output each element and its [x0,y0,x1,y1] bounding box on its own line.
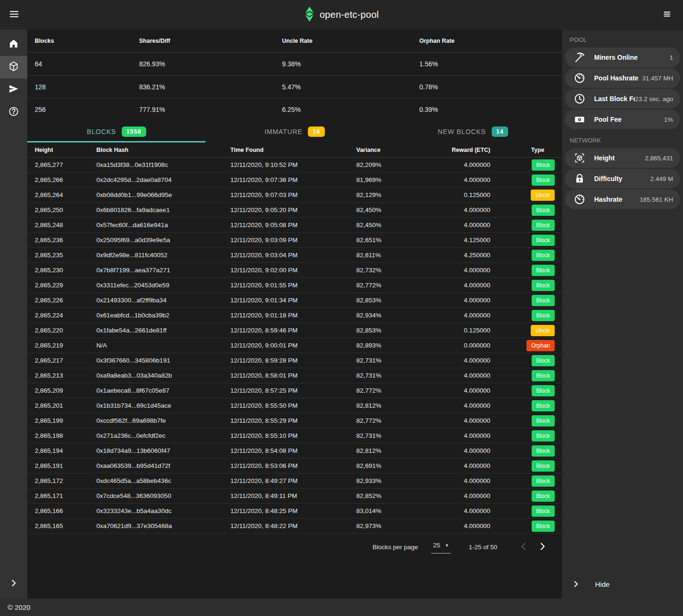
hide-sidebar-button[interactable]: Hide [562,569,683,599]
stats-shares-diff-value: 777.91% [139,106,282,113]
type-badge: Block [532,220,555,231]
cell-type: Block [490,415,555,426]
cell-type: Block [490,265,555,276]
tab-label: BLOCKS [87,128,116,135]
cell-type: Block [490,280,555,291]
tab-count-badge: 14 [492,126,509,137]
cell-time-found: 12/11/2020, 9:01:34 PM [230,297,356,304]
tab-new-blocks[interactable]: NEW BLOCKS 14 [384,120,562,142]
cell-height: 2,865,171 [35,492,96,499]
type-badge: Block [532,400,555,411]
stat-value: 185.561 KH [640,196,673,203]
table-row: 2,865,226 0x21493300...af2ff9ba34 12/11/… [27,293,562,308]
cell-block-hash: 0x25095f69...a0d39e9e5a [96,237,230,244]
cell-height: 2,865,230 [35,267,96,274]
cell-block-hash: 0x3f367660...345806b191 [96,357,230,364]
type-badge: Uncle [531,190,555,201]
cell-type: Block [490,310,555,321]
cell-variance: 82,812% [356,447,417,454]
tab-immature[interactable]: IMMATURE 16 [205,120,384,142]
sidebar-nav-item-help[interactable] [0,101,27,124]
type-badge: Block [532,370,555,381]
cell-time-found: 12/11/2020, 8:54:08 PM [230,447,356,454]
sidebar-nav-item-send[interactable] [0,79,27,101]
cell-variance: 82,893% [356,342,417,349]
previous-page-button[interactable] [514,537,533,556]
per-page-select[interactable]: 25 ▼ [431,541,451,553]
footer: © 2020 [0,599,683,616]
sidebar-expand-chevron[interactable] [0,569,27,599]
nav-spacer [0,124,27,569]
clock-icon [565,93,594,105]
cell-time-found: 12/11/2020, 8:49:11 PM [230,492,356,499]
cell-block-hash: 0xa70621d9...37e305468a [96,522,230,529]
sidebar-nav-item-home[interactable] [0,33,27,56]
cell-variance: 82,731% [356,357,417,364]
stat-value: 2,865,431 [645,155,673,162]
menu-hamburger-left[interactable] [5,6,24,24]
stats-row: 256 777.91% 6.25% 0.39% [27,98,562,120]
cell-reward: 4.000000 [417,417,490,424]
cell-variance: 82,691% [356,462,417,469]
cell-reward: 4.000000 [417,312,490,319]
sidebar-nav-item-cube[interactable] [0,56,27,79]
table-row: 2,865,198 0x271a236c...0efcfdf2ec 12/11/… [27,428,562,443]
cell-block-hash: 0x3233243e...b5a4aa30dc [96,507,230,514]
cell-time-found: 12/11/2020, 9:07:03 PM [230,191,356,198]
cell-height: 2,865,248 [35,221,96,229]
cell-block-hash: 0xccdf562f...69a698b7fe [96,417,230,424]
cell-height: 2,865,236 [35,237,96,244]
type-badge: Block [532,235,555,246]
cell-type: Block [490,490,555,502]
cell-height: 2,865,226 [35,297,96,304]
cell-block-hash: 0x57fec60f...da616e941a [96,221,230,229]
cell-height: 2,865,191 [35,462,96,469]
next-page-button[interactable] [533,537,552,556]
cell-block-hash: 0x3311efec...20453d0e59 [96,282,230,289]
cell-time-found: 12/11/2020, 9:10:52 PM [230,161,356,168]
cell-reward: 4.000000 [417,402,490,409]
type-badge: Block [532,385,555,396]
cell-time-found: 12/11/2020, 9:00:01 PM [230,342,356,349]
cell-type: Block [490,174,555,186]
cell-variance: 82,651% [356,237,417,244]
cell-time-found: 12/11/2020, 8:55:29 PM [230,417,356,424]
cell-block-hash: 0x1b31b734...69c1d45ace [96,402,230,409]
table-row: 2,865,235 0x9df2e98e...811fc40052 12/11/… [27,248,562,263]
tab-blocks[interactable]: BLOCKS 1558 [27,120,205,142]
cell-type: Block [490,235,555,246]
stat-label: Height [594,154,645,162]
cell-reward: 4.000000 [417,282,490,289]
cell-block-hash: N/A [96,342,230,349]
banknote-icon [565,113,594,126]
cell-reward: 4.000000 [417,522,490,529]
type-badge: Block [532,295,555,306]
cell-time-found: 12/11/2020, 8:57:25 PM [230,387,356,394]
cell-reward: 4.000000 [417,357,490,364]
cell-block-hash: 0xb08dd0b1...99e066d95e [96,191,230,198]
cell-block-hash: 0x1fabe54a...2661de81ff [96,327,230,334]
content-filler [27,560,562,599]
tab-count-badge: 1558 [122,126,146,137]
cell-time-found: 12/11/2020, 8:49:27 PM [230,477,356,484]
chevron-right-icon [562,580,589,588]
stats-row: 128 836.21% 5.47% 0.78% [27,75,562,98]
send-icon [8,83,19,96]
stat-label: Last Block Fo… [594,95,635,103]
hide-button-label: Hide [595,580,610,588]
stat-pill: Hashrate 185.561 KH [565,190,680,209]
stat-value: 23.2 sec. ago [635,95,673,103]
cell-height: 2,865,250 [35,206,96,213]
cell-reward: 4.000000 [417,161,490,168]
menu-hamburger-right[interactable] [658,6,676,24]
cell-reward: 4.000000 [417,221,490,229]
cell-block-hash: 0x2dc4295d...2dae0a8704 [96,176,230,183]
cell-height: 2,865,235 [35,252,96,259]
cell-type: Block [490,370,555,381]
dropdown-caret-icon: ▼ [445,543,449,548]
cell-type: Block [490,159,555,171]
table-row: 2,865,191 0xaa063539...b95d41d72f 12/11/… [27,458,562,474]
chevron-right-icon [537,541,548,553]
cell-variance: 82,852% [356,492,417,499]
table-row: 2,865,166 0x3233243e...b5a4aa30dc 12/11/… [27,504,562,519]
